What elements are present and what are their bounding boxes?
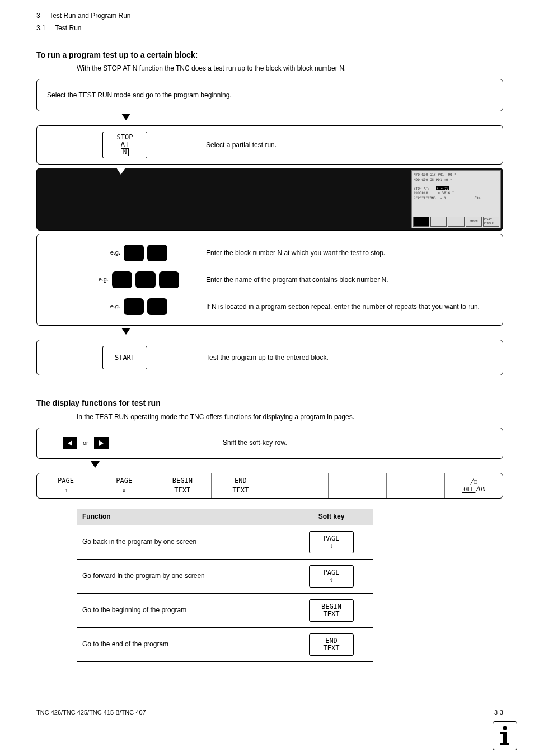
start-softkey[interactable]: START [102,346,147,369]
step1-text: Select the TEST RUN mode and go to the p… [47,91,493,100]
numeric-key[interactable] [112,271,132,288]
sk-label-b: TEXT [174,486,190,495]
begin-text-softkey[interactable]: BEGIN TEXT [309,599,354,622]
step6-text: Test the program up to the entered block… [206,353,496,363]
sk-label-b: TEXT [324,611,340,618]
softkey-head: Soft key [289,509,373,525]
flow-arrow-icon [120,327,503,339]
step-start-box: START Test the program up to the entered… [36,340,503,375]
func-cell: Go back in the program by one screen [77,525,289,559]
page-up-softkey[interactable]: PAGE ⇧ [309,565,354,588]
section-num: 3.1 [36,24,46,32]
reps-value: = 1 [440,196,446,200]
sk-label: PAGE [324,569,340,576]
tnc-screen-dummy: N70 G00 G18 P01 +90 * N90 G00 G5 P01 +0 … [411,170,501,228]
table-row: Go back in the program by one screen PAG… [77,525,373,559]
svg-rect-9 [500,732,505,734]
numeric-key[interactable] [159,271,179,288]
sk-label-a: BEGIN [172,476,193,486]
section1-intro: With the STOP AT N function the TNC does… [77,64,503,73]
on-label: ON [479,486,485,492]
input-row-1: e.g. Enter the block number N at which y… [44,245,496,261]
shift-right-key[interactable] [94,437,109,449]
section2-heading: The display functions for test run [36,398,503,409]
flow-arrow-icon [120,112,503,124]
chapter-line: 3 Test Run and Program Run [36,11,503,21]
numeric-key[interactable] [124,298,144,315]
arrow-down-icon: ⇩ [329,542,333,550]
screen-line1: N70 G00 G18 P01 +90 * [414,172,499,177]
triangle-right-icon [98,440,105,447]
softkey-empty [387,473,445,498]
input-row-3: e.g. If N is located in a program sectio… [44,298,496,315]
arrow-up-icon: ⇧ [64,486,68,495]
shift-left-key[interactable] [63,437,77,449]
numeric-key[interactable] [147,245,167,261]
footer-left: TNC 426/TNC 425/TNC 415 B/TNC 407 [36,708,146,717]
input-box: e.g. Enter the block number N at which y… [36,234,503,326]
step2-text: Select a partial test run. [206,140,496,150]
svg-marker-0 [121,114,130,120]
start-softkey-label: START [115,354,135,361]
numeric-key[interactable] [135,271,156,288]
mini-sk-1 [413,217,429,227]
arrow-up-icon: ⇧ [329,576,333,584]
section1-heading: To run a program test up to a certain bl… [36,50,503,61]
eg-label-3: e.g. [105,302,120,311]
divider [36,22,503,22]
flow-arrow-icon [90,460,503,472]
screen-preview-box: N70 G00 G18 P01 +90 * N90 G00 G5 P01 +0 … [36,168,503,231]
section-title: Test Run [55,24,81,32]
page-header: 3 Test Run and Program Run 3.1 Test Run [36,11,503,33]
eg-label-2: e.g. [93,275,109,284]
stop-at-label: STOP AT: [414,186,430,190]
table-row: Go to the beginning of the program BEGIN… [77,593,373,627]
step3-text: Enter the block number N at which you wa… [206,248,496,258]
softkey-off-on[interactable]: ╱□ OFF╱ON [445,473,503,498]
sk-label: PAGE [324,535,340,542]
softkey-page-down[interactable]: PAGE ⇩ [95,473,153,498]
mini-sk-5: START SINGLE [483,217,499,227]
svg-marker-1 [116,168,125,175]
func-head: Function [77,509,289,525]
svg-marker-2 [121,328,130,335]
softkey-line3: N [121,148,129,156]
screen-line2: N90 G00 G5 P01 +0 * [414,177,499,182]
softkey-end-text[interactable]: END TEXT [212,473,270,498]
step4-text: Enter the name of the program that conta… [206,275,496,285]
sk-label: PAGE [116,476,132,486]
softkey-line2: AT [121,141,129,148]
shift-text: Shift the soft-key row. [223,438,496,448]
softkey-bar: PAGE ⇧ PAGE ⇩ BEGIN TEXT END TEXT ╱□ OFF… [36,473,503,499]
page-down-softkey[interactable]: PAGE ⇩ [309,531,354,553]
step1-box: Select the TEST RUN mode and go to the p… [36,79,503,111]
shift-keys: or [44,437,223,449]
sk-label-a: BEGIN [321,603,341,611]
prog-value: = 3816.I [438,191,454,195]
mini-sk-4: OFF/ON [466,217,482,227]
table-row: Go forward in the program by one screen … [77,559,373,593]
section2-intro: In the TEST RUN operating mode the TNC o… [77,412,503,422]
screen-prog: PROGRAM = 3816.I [414,191,499,195]
softkey-begin-text[interactable]: BEGIN TEXT [153,473,212,498]
end-text-softkey[interactable]: END TEXT [309,633,354,656]
stop-at-value: N = 72 [436,186,449,190]
svg-marker-5 [91,461,100,468]
toggle-icon: ╱□ [470,478,477,486]
triangle-left-icon [67,440,73,447]
table-row: Go to the end of the program END TEXT [77,627,373,661]
numeric-key[interactable] [147,298,167,315]
stop-at-n-softkey[interactable]: STOP AT N [102,132,147,158]
chapter-title: Test Run and Program Run [49,12,130,20]
screen-reps: REPETITIONS = 1 63% [414,196,499,200]
chapter-num: 3 [36,12,40,20]
softkey-page-up[interactable]: PAGE ⇧ [37,473,95,498]
screen-softkey-row: OFF/ON START SINGLE [413,217,499,227]
step2-box: STOP AT N Select a partial test run. [36,125,503,165]
sk-label-b: TEXT [324,645,340,652]
numeric-key[interactable] [124,245,144,261]
input-row-2: e.g. Enter the name of the program that … [44,271,496,288]
func-cell: Go to the end of the program [77,627,289,661]
screen-stop: STOP AT: N = 72 [414,186,499,191]
off-label: OFF [462,486,475,493]
